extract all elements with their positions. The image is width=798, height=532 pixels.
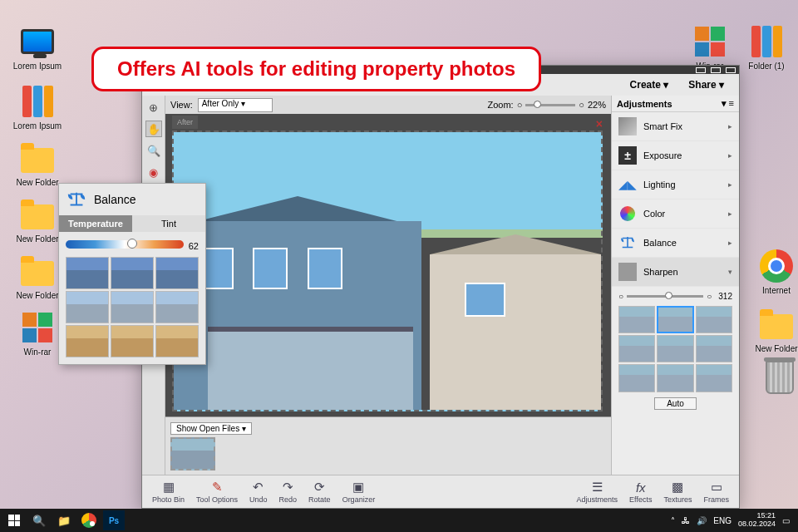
preset-thumb[interactable] [111, 325, 154, 357]
auto-button[interactable]: Auto [654, 397, 697, 410]
eye-tool[interactable]: ◉ [145, 164, 162, 180]
hand-tool[interactable]: ✋ [145, 121, 162, 137]
preset-thumb[interactable] [155, 291, 199, 323]
preset-thumb[interactable] [618, 306, 655, 333]
preset-thumb[interactable] [657, 335, 693, 362]
preset-thumb[interactable] [155, 257, 199, 289]
frames-button[interactable]: ▭Frames [698, 478, 734, 505]
preset-thumb[interactable] [66, 291, 109, 323]
open-files-select[interactable]: Show Open Files ▾ [170, 422, 252, 435]
desktop-icon-folder[interactable]: New Folder [751, 306, 798, 353]
desktop-icon-label: Win-rar [12, 347, 62, 357]
balance-icon [66, 190, 87, 209]
file-thumbnail[interactable] [170, 437, 215, 470]
zoom-tool[interactable]: ⊕ [145, 99, 162, 116]
exposure-icon: ± [618, 146, 637, 165]
desktop-icon-winrar[interactable]: Win-rar [685, 23, 735, 71]
create-menu[interactable]: Create ▾ [623, 77, 676, 92]
desktop-icon-trash[interactable] [755, 359, 798, 397]
sharpen-slider[interactable] [627, 295, 703, 298]
magnify-tool[interactable]: 🔍 [145, 142, 162, 159]
search-button[interactable]: 🔍 [28, 510, 50, 530]
zoom-label: Zoom: [487, 100, 513, 110]
chrome-taskbar[interactable] [78, 510, 100, 530]
minus-icon[interactable]: ○ [618, 292, 623, 301]
tray-network-icon[interactable]: 🖧 [682, 516, 690, 525]
desktop-icon-folder[interactable]: New Folder [12, 140, 62, 187]
smartfix-icon [618, 117, 637, 135]
close-button[interactable] [726, 67, 736, 73]
preset-thumb[interactable] [155, 325, 199, 357]
desktop-icon-pc[interactable]: Lorem Ipsum [12, 23, 62, 71]
balance-title: Balance [94, 193, 136, 206]
lighting-icon: ◢◣ [618, 175, 637, 194]
preset-thumb[interactable] [696, 306, 732, 333]
plus-icon[interactable]: ○ [707, 292, 712, 301]
sharpen-controls: ○○312 Auto [612, 287, 739, 416]
view-mode-select[interactable]: After Only ▾ [198, 98, 273, 112]
photo-bin-button[interactable]: ▦Photo Bin [147, 478, 190, 505]
desktop-icon-folder[interactable]: New Folder [12, 196, 62, 244]
taskbar: 🔍 📁 Ps ˄ 🖧 🔊 ENG 15:2108.02.2024 ▭ [0, 509, 798, 532]
sharpen-icon [618, 263, 637, 281]
adj-lighting[interactable]: ◢◣Lighting▸ [612, 170, 739, 200]
adjustments-button[interactable]: ☰Adjustments [572, 478, 623, 505]
share-menu[interactable]: Share ▾ [682, 77, 731, 92]
tint-tab[interactable]: Tint [132, 215, 205, 232]
redo-button[interactable]: ↷Redo [274, 478, 303, 505]
preset-thumb[interactable] [618, 364, 655, 392]
color-icon [618, 204, 637, 223]
tray-notifications-icon[interactable]: ▭ [782, 516, 790, 525]
temperature-slider[interactable] [66, 240, 184, 249]
adj-sharpen[interactable]: Sharpen▾ [612, 258, 739, 287]
start-button[interactable] [3, 510, 25, 530]
explorer-button[interactable]: 📁 [53, 510, 75, 530]
desktop-icon-binder[interactable]: Lorem Ipsum [12, 83, 62, 131]
preset-thumb[interactable] [66, 325, 109, 357]
tool-options-button[interactable]: ✎Tool Options [191, 478, 243, 505]
zoom-in-icon[interactable]: ○ [579, 100, 584, 110]
adj-balance[interactable]: Balance▸ [612, 229, 739, 258]
undo-button[interactable]: ↶Undo [244, 478, 273, 505]
preset-thumb[interactable] [111, 257, 154, 289]
photoshop-taskbar[interactable]: Ps [103, 510, 125, 530]
adj-color[interactable]: Color▸ [612, 200, 739, 229]
canvas-viewport[interactable]: After × [165, 114, 611, 416]
adj-exposure[interactable]: ±Exposure▸ [612, 141, 739, 170]
preset-thumb[interactable] [696, 335, 732, 362]
desktop-icon-binder[interactable]: Folder (1) [741, 23, 791, 71]
zoom-slider[interactable] [525, 104, 575, 106]
desktop-icon-label: Folder (1) [741, 62, 791, 71]
textures-button[interactable]: ▩Textures [658, 478, 697, 505]
desktop-icon-winrar[interactable]: Win-rar [12, 309, 62, 357]
sharpen-value: 312 [718, 292, 732, 301]
preset-thumb[interactable] [111, 291, 154, 323]
tray-lang[interactable]: ENG [713, 516, 732, 525]
balance-presets [66, 257, 199, 357]
temperature-tab[interactable]: Temperature [59, 215, 132, 232]
minimize-button[interactable] [696, 67, 706, 73]
tray-sound-icon[interactable]: 🔊 [697, 516, 707, 525]
view-bar: View: After Only ▾ Zoom: ○ ○ 22% [165, 96, 611, 114]
effects-button[interactable]: fxEffects [624, 479, 657, 505]
temperature-value: 62 [189, 241, 199, 251]
taskbar-clock[interactable]: 15:2108.02.2024 [738, 512, 776, 529]
desktop-icon-folder[interactable]: New Folder [12, 253, 62, 300]
preset-thumb[interactable] [657, 364, 693, 392]
panel-header: Adjustments▾ ≡ [612, 96, 739, 112]
preset-thumb[interactable] [618, 335, 655, 362]
bottom-toolbar: ▦Photo Bin ✎Tool Options ↶Undo ↷Redo ⟳Ro… [142, 475, 739, 508]
zoom-out-icon[interactable]: ○ [517, 100, 523, 110]
preset-thumb[interactable] [657, 306, 693, 333]
desktop-icon-label: New Folder [12, 234, 62, 244]
desktop-icon-chrome[interactable]: Internet [751, 248, 798, 295]
close-tab-icon[interactable]: × [596, 117, 603, 131]
preset-thumb[interactable] [696, 364, 732, 392]
tray-chevron-icon[interactable]: ˄ [671, 516, 675, 525]
preset-thumb[interactable] [66, 257, 109, 289]
organizer-button[interactable]: ▣Organizer [337, 478, 381, 505]
maximize-button[interactable] [711, 67, 721, 73]
balance-popup: Balance Temperature Tint 62 [58, 183, 206, 365]
adj-smart-fix[interactable]: Smart Fix▸ [612, 112, 739, 141]
rotate-button[interactable]: ⟳Rotate [303, 478, 336, 505]
